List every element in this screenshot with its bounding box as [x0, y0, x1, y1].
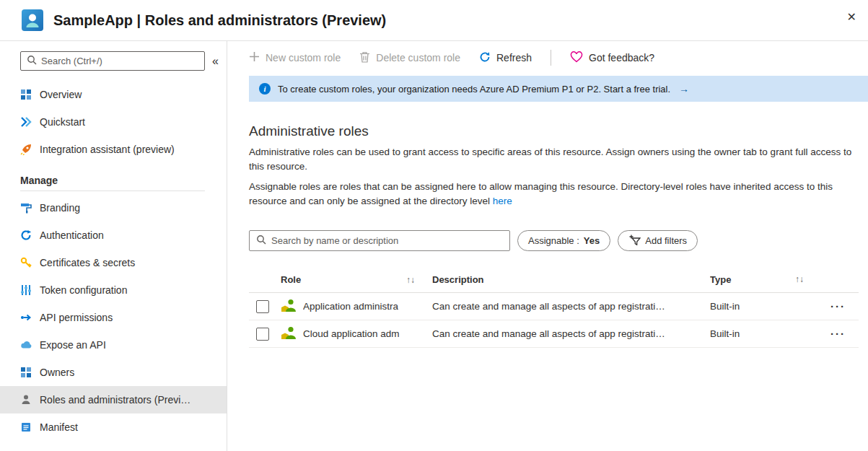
sidebar-item-expose-an-api[interactable]: Expose an API — [0, 331, 227, 359]
sidebar-item-manifest[interactable]: Manifest — [0, 413, 227, 441]
page-section-heading: Administrative roles — [249, 123, 859, 139]
heart-icon — [570, 51, 583, 65]
role-person-icon — [281, 325, 297, 342]
column-description: Description — [432, 274, 710, 285]
got-feedback-button[interactable]: Got feedback? — [570, 51, 654, 65]
sidebar-item-label: Roles and administrators (Previ… — [40, 394, 190, 406]
role-type: Built-in — [710, 328, 825, 339]
row-more-icon[interactable]: ··· — [830, 328, 846, 340]
role-type: Built-in — [710, 301, 825, 312]
page-title: SampleApp | Roles and administrators (Pr… — [53, 12, 386, 29]
sort-icon[interactable]: ↑↓ — [795, 274, 804, 285]
column-role: Role — [281, 274, 301, 285]
sort-icon[interactable]: ↑↓ — [406, 275, 415, 285]
role-person-icon — [281, 298, 297, 315]
sliders-icon — [20, 284, 32, 296]
banner-message: To create custom roles, your organizatio… — [278, 84, 670, 95]
search-icon — [27, 55, 37, 68]
sidebar-item-integration-assistant[interactable]: Integration assistant (preview) — [0, 136, 227, 163]
assignable-paragraph: Assignable roles are roles that can be a… — [249, 180, 854, 209]
paint-roller-icon — [20, 202, 32, 214]
sidebar-item-label: API permissions — [40, 312, 113, 323]
sidebar-item-branding[interactable]: Branding — [0, 194, 227, 222]
main-panel: New custom role Delete custom role Refre… — [227, 41, 868, 451]
table-row[interactable]: Cloud application adm Can create and man… — [249, 320, 859, 348]
command-bar: New custom role Delete custom role Refre… — [227, 41, 868, 74]
filter-funnel-icon — [628, 235, 641, 248]
cloud-icon — [20, 339, 32, 351]
row-checkbox[interactable] — [256, 300, 269, 313]
role-description: Can create and manage all aspects of app… — [432, 328, 710, 339]
quickstart-icon — [20, 116, 32, 128]
search-icon — [256, 235, 266, 248]
document-icon — [20, 421, 32, 433]
table-search-input[interactable] — [271, 235, 503, 246]
grid-icon — [20, 367, 32, 378]
sidebar-collapse-icon[interactable]: « — [212, 55, 219, 68]
sidebar-item-api-permissions[interactable]: API permissions — [0, 304, 227, 331]
table-searchbox — [249, 230, 510, 251]
refresh-icon — [479, 51, 491, 65]
sidebar-item-label: Branding — [40, 202, 80, 214]
content-area: Administrative roles Administrative role… — [227, 102, 868, 348]
table-header-row: Role ↑↓ Description Type ↑↓ — [249, 267, 859, 293]
row-more-icon[interactable]: ··· — [830, 300, 846, 312]
sidebar-nav: Overview Quickstart Integration assistan… — [0, 81, 227, 441]
role-name: Cloud application adm — [303, 328, 400, 339]
sidebar-item-label: Expose an API — [40, 339, 106, 351]
sidebar-item-label: Overview — [40, 89, 82, 100]
app-icon — [22, 9, 43, 31]
sidebar-item-certificates-secrets[interactable]: Certificates & secrets — [0, 249, 227, 276]
info-banner: i To create custom roles, your organizat… — [249, 76, 868, 102]
role-name: Application administra — [303, 301, 398, 312]
sidebar-item-label: Manifest — [40, 421, 78, 433]
close-icon[interactable]: ✕ — [847, 12, 856, 23]
rocket-icon — [20, 144, 32, 155]
add-filters-button[interactable]: Add filters — [618, 230, 698, 251]
assignable-filter-pill[interactable]: Assignable :Yes — [517, 230, 610, 251]
delete-custom-role-button[interactable]: Delete custom role — [359, 51, 460, 65]
sidebar-item-token-configuration[interactable]: Token configuration — [0, 276, 227, 304]
person-icon — [20, 394, 32, 406]
circular-arrow-icon — [20, 229, 32, 241]
banner-arrow-icon[interactable]: → — [679, 83, 689, 95]
key-icon — [20, 257, 32, 268]
plus-icon — [249, 51, 260, 64]
sidebar-section-manage: Manage — [20, 175, 227, 186]
table-row[interactable]: Application administra Can create and ma… — [249, 293, 859, 320]
refresh-button[interactable]: Refresh — [479, 51, 532, 65]
new-custom-role-button[interactable]: New custom role — [249, 51, 341, 64]
sidebar-item-label: Owners — [40, 367, 74, 378]
sidebar-item-overview[interactable]: Overview — [0, 81, 227, 108]
sidebar-item-roles-and-administrators[interactable]: Roles and administrators (Previ… — [0, 386, 227, 413]
sidebar-item-label: Integration assistant (preview) — [40, 144, 175, 155]
sidebar-item-label: Token configuration — [40, 284, 127, 296]
app-window: SampleApp | Roles and administrators (Pr… — [0, 0, 868, 451]
column-type: Type — [710, 274, 731, 285]
sidebar-item-quickstart[interactable]: Quickstart — [0, 108, 227, 136]
trash-icon — [359, 51, 370, 65]
sidebar: « Overview Quickstart — [0, 41, 227, 451]
info-icon: i — [259, 83, 271, 95]
role-description: Can create and manage all aspects of app… — [432, 301, 710, 312]
sidebar-searchbox — [20, 51, 205, 71]
sidebar-item-label: Authentication — [40, 229, 104, 241]
here-link[interactable]: here — [493, 196, 512, 206]
window-header: SampleApp | Roles and administrators (Pr… — [0, 0, 868, 41]
toolbar-divider — [551, 50, 551, 66]
intro-paragraph: Administrative roles can be used to gran… — [249, 145, 854, 174]
sidebar-divider — [20, 191, 205, 191]
arrow-right-icon — [20, 312, 32, 323]
sidebar-item-owners[interactable]: Owners — [0, 359, 227, 386]
roles-table: Role ↑↓ Description Type ↑↓ — [249, 267, 859, 348]
row-checkbox[interactable] — [256, 328, 269, 341]
sidebar-item-label: Certificates & secrets — [40, 257, 135, 268]
sidebar-item-label: Quickstart — [40, 116, 85, 128]
sidebar-search-input[interactable] — [41, 56, 198, 66]
sidebar-item-authentication[interactable]: Authentication — [0, 222, 227, 249]
filter-bar: Assignable :Yes Add filters — [249, 230, 859, 251]
overview-icon — [20, 89, 32, 100]
